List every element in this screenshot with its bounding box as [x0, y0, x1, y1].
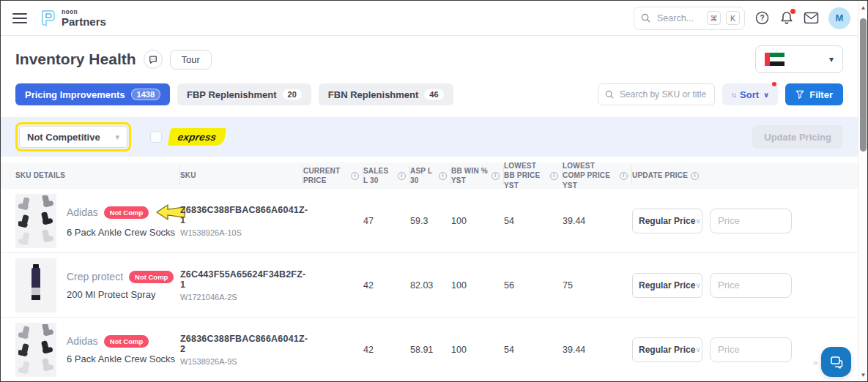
- brand-name: Adidas: [67, 206, 98, 218]
- col-label: SKU DETAILS: [15, 171, 65, 181]
- country-select[interactable]: ▾: [755, 45, 843, 73]
- logo-partners-label: Partners: [62, 16, 106, 27]
- price-type-select[interactable]: Regular Price ∨: [632, 337, 702, 362]
- chevron-down-icon: ∨: [695, 281, 700, 289]
- filter-button[interactable]: Filter: [785, 83, 843, 105]
- express-checkbox[interactable]: [150, 131, 162, 143]
- update-pricing-button[interactable]: Update Pricing: [752, 125, 843, 149]
- col-label: BB WIN % YST: [451, 166, 489, 186]
- global-search[interactable]: ⌘ K: [634, 7, 745, 30]
- col-header-asp-l30: ASP L 30: [410, 166, 451, 185]
- price-input[interactable]: [710, 209, 792, 233]
- price-type-value: Regular Price: [639, 345, 695, 355]
- status-filter-select[interactable]: Not Competitive ▾: [19, 126, 127, 148]
- price-type-select[interactable]: Regular Price ∨: [632, 273, 702, 298]
- sales-l30-cell: 42: [363, 345, 410, 355]
- scroll-down-icon[interactable]: ▼: [858, 370, 868, 380]
- hamburger-menu-icon[interactable]: [12, 10, 27, 26]
- col-label: LOWEST BB PRICE YST: [504, 161, 547, 191]
- app-window: noon Partners ⌘ K ? M: [0, 0, 868, 382]
- info-icon[interactable]: [398, 172, 406, 180]
- double-chevron-icon[interactable]: »: [813, 358, 817, 367]
- info-icon[interactable]: [439, 172, 447, 180]
- express-logo: express: [168, 128, 227, 146]
- asp-l30-cell: 59.3: [410, 216, 451, 226]
- sku-cell: Z6836C388FBAC866A6041Z-2 W1538926A-9S: [180, 334, 303, 366]
- col-header-sales-l30: SALES L 30: [363, 166, 410, 185]
- info-icon[interactable]: [492, 172, 500, 180]
- tab-fbp-replenishment[interactable]: FBP Replenishment 20: [177, 83, 311, 105]
- tab-label: Pricing Improvements: [25, 89, 125, 100]
- search-icon: [641, 13, 650, 23]
- tab-label: FBP Replenishment: [187, 89, 277, 100]
- col-header-lowest-bb-price: LOWEST BB PRICE YST: [504, 166, 563, 185]
- price-input[interactable]: [710, 337, 792, 362]
- video-help-button[interactable]: [144, 50, 163, 69]
- chevron-down-icon: ∨: [695, 345, 700, 353]
- not-comp-badge: Not Comp: [104, 335, 149, 348]
- global-search-input[interactable]: [656, 12, 702, 24]
- product-image: [15, 194, 56, 248]
- sort-active-dot: [772, 82, 776, 86]
- filter-bar: Not Competitive ▾ express Update Pricing: [1, 117, 858, 157]
- help-icon[interactable]: ?: [754, 10, 770, 26]
- update-price-cell: Regular Price ∨: [632, 273, 858, 298]
- noon-partners-logo[interactable]: noon Partners: [37, 8, 106, 28]
- topbar-right: ⌘ K ? M: [634, 7, 850, 30]
- product-text: Adidas Not Comp 6 Pack Ankle Crew Socks: [67, 335, 175, 364]
- mail-icon[interactable]: [804, 12, 819, 24]
- info-icon[interactable]: [691, 172, 699, 180]
- chat-fab-container: »: [813, 347, 851, 377]
- notifications-bell-icon[interactable]: [779, 10, 794, 26]
- svg-text:?: ?: [760, 14, 764, 22]
- page-header: Inventory Health Tour ▾: [1, 36, 858, 79]
- price-input[interactable]: [710, 273, 792, 298]
- funnel-icon: [795, 90, 804, 99]
- search-icon: [605, 90, 614, 99]
- table-row: Adidas Not Comp 6 Pack Ankle Crew Socks …: [1, 318, 858, 382]
- bb-win-yst-cell: 100: [451, 216, 504, 226]
- product-title: 6 Pack Ankle Crew Socks: [67, 353, 175, 364]
- chat-button[interactable]: [821, 347, 851, 377]
- socks-image: [18, 195, 53, 247]
- sort-button[interactable]: ↑↓ Sort ∨: [722, 83, 778, 105]
- spray-bottle-image: [18, 260, 53, 311]
- info-icon[interactable]: [351, 172, 359, 180]
- sku-search-input[interactable]: [618, 89, 708, 100]
- sku-details-cell: Crep protect Not Comp 200 Ml Protect Spr…: [15, 258, 180, 312]
- price-type-select[interactable]: Regular Price ∨: [632, 209, 702, 233]
- cmd-key: ⌘: [707, 11, 721, 25]
- table-header: SKU DETAILS SKU CURRENT PRICE SALES L 30…: [1, 162, 858, 189]
- col-header-current-price: CURRENT PRICE: [303, 166, 363, 185]
- product-title: 200 Ml Protect Spray: [67, 289, 174, 300]
- scroll-up-icon[interactable]: ▲: [858, 2, 868, 12]
- brand-name: Adidas: [67, 335, 98, 347]
- product-text: Adidas Not Comp 6 Pack Ankle Crew Socks: [67, 203, 185, 238]
- status-filter-value: Not Competitive: [27, 132, 100, 143]
- sales-l30-cell: 47: [363, 216, 410, 226]
- lowest-comp-price-cell: 75: [563, 280, 632, 291]
- scrollbar-thumb[interactable]: [860, 18, 867, 151]
- socks-image: [18, 324, 53, 375]
- asp-l30-cell: 82.03: [410, 280, 451, 291]
- info-icon[interactable]: [550, 172, 558, 180]
- sku-search[interactable]: [598, 83, 715, 105]
- product-image: [15, 323, 56, 377]
- tab-count-badge: 1438: [131, 89, 160, 100]
- caret-down-icon: ▾: [829, 54, 834, 64]
- tab-fbn-replenishment[interactable]: FBN Replenishment 46: [319, 83, 453, 105]
- info-icon[interactable]: [620, 172, 628, 180]
- product-image: [15, 258, 56, 312]
- brand-line: Adidas Not Comp: [67, 335, 175, 348]
- tab-pricing-improvements[interactable]: Pricing Improvements 1438: [15, 83, 170, 105]
- col-header-sku-details: SKU DETAILS: [15, 166, 180, 185]
- logo-noon-label: noon: [62, 9, 106, 15]
- sku-code: Z6836C388FBAC866A6041Z-1: [180, 205, 299, 225]
- product-text: Crep protect Not Comp 200 Ml Protect Spr…: [67, 271, 174, 300]
- sku-cell: Z6836C388FBAC866A6041Z-1 W1538926A-10S: [180, 205, 303, 237]
- sku-child-code: W1538926A-9S: [180, 357, 299, 366]
- tour-button[interactable]: Tour: [170, 50, 212, 70]
- vertical-scrollbar[interactable]: ▲ ▼: [858, 1, 867, 381]
- user-avatar[interactable]: M: [828, 7, 850, 29]
- lowest-bb-price-cell: 56: [504, 280, 563, 291]
